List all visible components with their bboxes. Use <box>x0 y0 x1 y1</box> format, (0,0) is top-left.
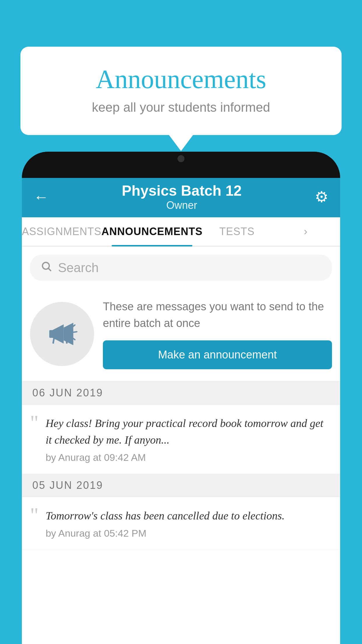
phone-notch <box>164 152 198 164</box>
speech-bubble-title: Announcements <box>44 64 318 94</box>
announcement-meta-2: by Anurag at 05:42 PM <box>45 528 332 539</box>
svg-marker-4 <box>64 323 73 345</box>
announcement-icon-circle <box>30 302 94 366</box>
megaphone-icon <box>46 318 78 350</box>
date-separator-1: 06 JUN 2019 <box>22 382 340 405</box>
header-center: Physics Batch 12 Owner <box>122 182 242 211</box>
tab-more[interactable]: › <box>271 217 340 246</box>
app-header: ← Physics Batch 12 Owner ⚙ <box>22 176 340 217</box>
phone-camera <box>178 155 184 162</box>
speech-bubble-subtitle: keep all your students informed <box>44 100 318 115</box>
announcement-cta: These are messages you want to send to t… <box>22 287 340 382</box>
phone-notch-area <box>22 152 340 178</box>
announcement-item-2: " Tomorrow's class has been cancelled du… <box>22 497 340 550</box>
speech-bubble: Announcements keep all your students inf… <box>20 47 342 135</box>
tabs-bar: ASSIGNMENTS ANNOUNCEMENTS TESTS › <box>22 217 340 246</box>
search-bar[interactable]: Search <box>30 255 332 281</box>
announcement-text-1: Hey class! Bring your practical record b… <box>45 415 332 448</box>
batch-title: Physics Batch 12 <box>122 182 242 199</box>
content-area: Search These are messages you w <box>22 246 340 644</box>
announcement-item-1: " Hey class! Bring your practical record… <box>22 405 340 474</box>
tab-tests[interactable]: TESTS <box>203 217 271 246</box>
back-button[interactable]: ← <box>34 188 49 206</box>
search-placeholder: Search <box>58 260 99 275</box>
svg-rect-3 <box>49 330 53 337</box>
announcement-content-2: Tomorrow's class has been cancelled due … <box>45 508 332 539</box>
search-icon <box>41 260 52 275</box>
speech-bubble-container: Announcements keep all your students inf… <box>20 47 342 135</box>
date-separator-2: 05 JUN 2019 <box>22 474 340 497</box>
batch-role: Owner <box>122 199 242 211</box>
settings-button[interactable]: ⚙ <box>315 188 328 206</box>
quote-icon-2: " <box>30 505 38 526</box>
quote-icon-1: " <box>30 412 38 433</box>
announcement-description: These are messages you want to send to t… <box>103 298 332 332</box>
svg-line-1 <box>49 269 51 271</box>
announcement-meta-1: by Anurag at 09:42 AM <box>45 452 332 463</box>
announcement-content-1: Hey class! Bring your practical record b… <box>45 415 332 463</box>
tab-announcements[interactable]: ANNOUNCEMENTS <box>101 217 203 246</box>
announcement-right: These are messages you want to send to t… <box>103 298 332 369</box>
svg-line-6 <box>53 338 54 344</box>
search-container: Search <box>22 246 340 287</box>
svg-line-5 <box>66 337 67 344</box>
announcement-text-2: Tomorrow's class has been cancelled due … <box>45 508 332 524</box>
svg-line-8 <box>73 332 77 332</box>
phone-frame: 14:29 ▾▾ ▲ ▮ ← Physics Batch 12 Owner ⚙ … <box>22 152 340 644</box>
tab-assignments[interactable]: ASSIGNMENTS <box>22 217 101 246</box>
make-announcement-button[interactable]: Make an announcement <box>103 340 332 369</box>
